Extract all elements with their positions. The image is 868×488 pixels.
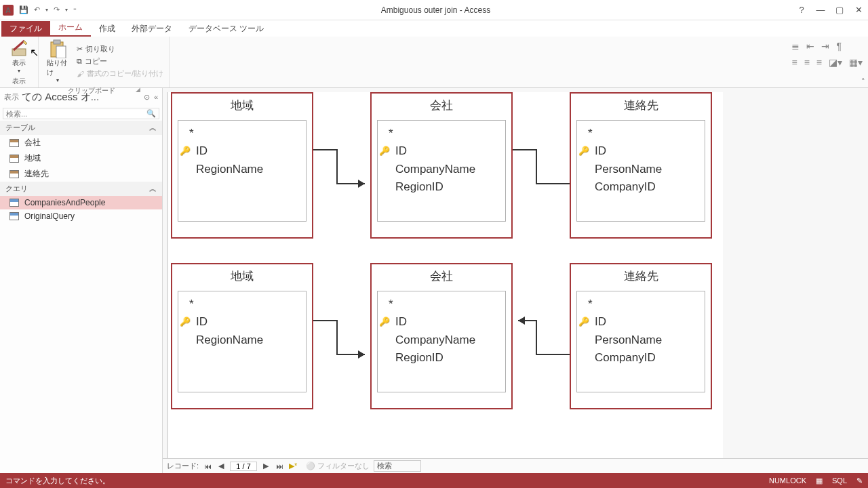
join-line-2[interactable] [513,146,570,194]
tab-create[interactable]: 作成 [91,21,123,37]
tab-home[interactable]: ホーム [50,20,91,37]
record-position-input[interactable] [230,462,257,471]
view-button[interactable]: 表示 ▾ ↖ [4,38,34,75]
search-icon[interactable]: 🔍 [146,109,156,118]
collapse-ribbon-icon[interactable]: ˄ [861,77,865,86]
gridlines-icon[interactable]: ▦▾ [849,57,863,68]
table-box-company-1[interactable]: 会社 * 🔑ID CompanyName RegionID [370,92,513,239]
asterisk-field[interactable]: * [383,125,500,142]
undo-button[interactable]: ↶ [34,5,40,14]
nav-table-contact[interactable]: 連絡先 [0,166,162,182]
field-id[interactable]: ID [395,142,407,160]
asterisk-field[interactable]: * [383,296,500,313]
nav-section-queries[interactable]: クエリ︽ [0,182,162,196]
field-companyname[interactable]: CompanyName [395,161,475,178]
text-direction-icon[interactable]: ¶ [836,41,842,52]
align-right-icon[interactable]: ≡ [816,57,822,68]
increase-indent-icon[interactable]: ⇥ [821,41,829,52]
nav-table-region[interactable]: 地域 [0,150,162,166]
minimize-button[interactable]: — [814,5,827,15]
title-bar: A 💾 ↶ ▾ ↷ ▾ ⁼ Ambiguous outer join - Acc… [0,0,868,20]
field-regionid[interactable]: RegionID [395,178,443,196]
record-search-box[interactable]: 検索 [374,460,421,472]
clipboard-launcher-icon[interactable]: ◢ [136,86,140,96]
field-personname[interactable]: PersonName [595,161,662,178]
align-center-icon[interactable]: ≡ [804,57,810,68]
sql-view-button[interactable]: SQL [832,476,847,485]
table-icon [9,139,19,147]
redo-dropdown-icon[interactable]: ▾ [65,7,68,13]
ribbon-group-clipboard: 貼り付け ▾ ✂切り取り ⧉コピー 🖌書式のコピー/貼り付け クリップボード◢ [39,37,170,87]
undo-dropdown-icon[interactable]: ▾ [45,7,48,13]
new-record-button[interactable]: ▶* [288,462,298,470]
maximize-button[interactable]: ▢ [833,5,846,15]
last-record-button[interactable]: ⏭ [275,462,284,470]
navigation-pane: 表示 ての Access オ... ⊙« 🔍 テーブル︽ 会社 地域 連絡先 ク… [0,88,163,473]
first-record-button[interactable]: ⏮ [203,462,212,470]
copy-icon: ⧉ [77,57,82,66]
nav-table-company[interactable]: 会社 [0,135,162,150]
field-id[interactable]: ID [595,142,606,160]
join-line-3[interactable] [313,317,370,365]
nav-section-tables[interactable]: テーブル︽ [0,121,162,135]
field-regionid[interactable]: RegionID [395,349,443,367]
decrease-indent-icon[interactable]: ⇤ [806,41,814,52]
field-companyid[interactable]: CompanyID [595,349,656,367]
field-id[interactable]: ID [196,142,208,160]
nav-item-label: CompaniesAndPeople [24,198,105,207]
close-button[interactable]: ✕ [852,5,865,15]
align-left-icon[interactable]: ≡ [791,57,797,68]
nav-search-input[interactable] [6,110,146,118]
ribbon-group-view: 表示 ▾ ↖ 表示 [0,37,39,87]
table-box-contact-2[interactable]: 連絡先 * 🔑ID PersonName CompanyID [570,263,712,409]
bullets-icon[interactable]: ≣ [791,41,800,52]
cut-button[interactable]: ✂切り取り [75,43,165,55]
table-icon [9,170,19,178]
view-dropdown-icon[interactable]: ▾ [18,68,20,74]
svg-rect-3 [56,46,66,58]
table-box-company-2[interactable]: 会社 * 🔑ID CompanyName RegionID [370,263,513,409]
next-record-button[interactable]: ▶ [261,462,271,470]
fill-color-icon[interactable]: ◪▾ [829,57,842,68]
asterisk-field[interactable]: * [184,296,300,313]
table-box-region-1[interactable]: 地域 * 🔑ID RegionName [171,92,313,239]
design-view-icon[interactable]: ✎ [856,476,863,485]
join-line-4[interactable] [513,317,570,365]
view-group-label: 表示 [4,75,34,86]
field-regionname[interactable]: RegionName [196,161,263,178]
copy-button[interactable]: ⧉コピー [75,56,165,67]
field-regionname[interactable]: RegionName [196,331,263,349]
asterisk-field[interactable]: * [184,125,300,142]
collapse-section-icon[interactable]: ︽ [149,123,157,133]
table-box-region-2[interactable]: 地域 * 🔑ID RegionName [171,263,313,409]
datasheet-view-icon[interactable]: ▦ [816,476,823,485]
tab-file[interactable]: ファイル [1,21,50,37]
table-box-contact-1[interactable]: 連絡先 * 🔑ID PersonName CompanyID [570,92,712,239]
format-painter-button[interactable]: 🖌書式のコピー/貼り付け [75,68,165,79]
paste-button[interactable]: 貼り付け ▾ [43,38,73,85]
paste-dropdown-icon[interactable]: ▾ [56,77,59,83]
asterisk-field[interactable]: * [583,296,699,313]
diagram-area[interactable]: 地域 * 🔑ID RegionName 会社 * 🔑ID CompanyName… [163,88,868,458]
prev-record-button[interactable]: ◀ [216,462,226,470]
field-id[interactable]: ID [395,313,407,331]
field-id[interactable]: ID [595,313,606,331]
nav-query-companies-and-people[interactable]: CompaniesAndPeople [0,196,162,209]
field-companyid[interactable]: CompanyID [595,178,656,196]
help-button[interactable]: ? [795,5,808,15]
nav-query-original[interactable]: OriginalQuery [0,209,162,223]
asterisk-field[interactable]: * [583,125,699,142]
redo-button[interactable]: ↷ [54,5,60,14]
save-icon[interactable]: 💾 [19,5,28,14]
join-line-1[interactable] [313,146,370,194]
tab-database-tools[interactable]: データベース ツール [180,21,272,37]
field-companyname[interactable]: CompanyName [395,331,475,349]
field-personname[interactable]: PersonName [595,331,662,349]
key-icon: 🔑 [578,315,589,329]
numlock-indicator: NUMLOCK [769,476,806,485]
collapse-section-icon[interactable]: ︽ [149,184,157,194]
field-id[interactable]: ID [196,313,208,331]
record-label: レコード: [167,461,199,471]
tab-external-data[interactable]: 外部データ [123,21,180,37]
nav-search[interactable]: 🔍 [3,108,159,119]
